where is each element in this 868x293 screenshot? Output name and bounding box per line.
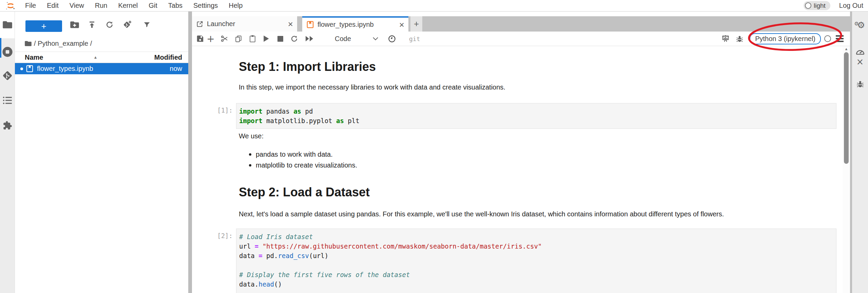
table-of-contents-icon[interactable] <box>3 96 12 106</box>
code-cell-1[interactable]: import pandas as pd import matplotlib.py… <box>236 103 836 129</box>
panel-resize-handle[interactable] <box>188 12 192 293</box>
column-header-modified[interactable]: Modified <box>154 54 182 61</box>
menu-settings[interactable]: Settings <box>188 0 223 11</box>
add-tab-button[interactable]: + <box>410 16 422 32</box>
paste-icon[interactable] <box>248 34 256 43</box>
menu-kernel[interactable]: Kernel <box>113 0 143 11</box>
file-list-header: Name ▲ Modified <box>15 52 188 63</box>
markdown-list-item: pandas to work with data. <box>249 151 333 158</box>
menu-edit[interactable]: Edit <box>41 0 64 11</box>
main-row: + / Python_example / Name ▲ <box>0 12 868 293</box>
markdown-heading-step1: Step 1: Import Libraries <box>239 60 376 74</box>
scrollbar-up-arrow-icon[interactable]: ▲ <box>843 47 850 51</box>
clock-icon[interactable] <box>388 34 396 43</box>
theme-toggle-label: light <box>814 2 826 9</box>
filter-icon[interactable] <box>143 21 151 30</box>
notebook-content: Step 1: Import Libraries In this step, w… <box>192 46 843 293</box>
property-inspector-gears-icon[interactable]: ⚙⚙ <box>855 20 865 30</box>
sort-ascending-icon[interactable]: ▲ <box>93 55 97 60</box>
menu-help[interactable]: Help <box>223 0 248 11</box>
left-activity-bar <box>0 12 15 293</box>
git-clone-icon[interactable] <box>123 20 132 31</box>
toolbar-right-group: Python 3 (ipykernel) <box>721 33 850 44</box>
menu-tabs[interactable]: Tabs <box>163 0 188 11</box>
tab-notebook[interactable]: flower_types.ipynb × <box>302 16 408 32</box>
extensions-icon[interactable] <box>3 121 12 132</box>
close-icon[interactable]: × <box>288 21 293 27</box>
menu-file[interactable]: File <box>20 0 41 11</box>
cell-type-value: Code <box>335 35 351 43</box>
notebook-toolbar: + <box>192 32 850 46</box>
markdown-paragraph: We use: <box>239 132 264 140</box>
launcher-icon <box>196 20 204 28</box>
menu-view[interactable]: View <box>64 0 90 11</box>
breadcrumb-path: / Python_example / <box>34 40 92 47</box>
cell-prompt: [2]: <box>199 232 233 239</box>
dock-tab-bar: Launcher × flower_types.ipynb × + <box>192 16 850 32</box>
presentation-icon[interactable] <box>721 34 730 43</box>
menu-bar: File Edit View Run Kernel Git Tabs Setti… <box>0 0 868 12</box>
new-folder-icon[interactable] <box>70 21 79 30</box>
vertical-scrollbar[interactable]: ▲ <box>843 46 850 293</box>
kernel-name-button[interactable]: Python 3 (ipykernel) <box>750 33 821 44</box>
menu-git[interactable]: Git <box>143 0 163 11</box>
log-out-button[interactable]: Log Out <box>839 2 863 9</box>
right-activity-bar: ⚙⚙ × <box>852 12 868 293</box>
tab-label: Launcher <box>207 20 235 28</box>
file-row-selected[interactable]: flower_types.ipynb now <box>15 63 188 74</box>
file-browser-icon[interactable] <box>3 21 12 30</box>
notebook-file-icon <box>26 65 34 73</box>
restart-icon[interactable] <box>290 34 298 43</box>
tab-label: flower_types.ipynb <box>317 21 374 28</box>
file-name: flower_types.ipynb <box>37 65 93 73</box>
markdown-paragraph: Next, let's load a sample dataset using … <box>239 210 724 218</box>
cell-type-dropdown[interactable]: Code <box>335 35 378 43</box>
jupyter-logo-icon <box>4 1 17 11</box>
chevron-down-icon <box>373 37 378 40</box>
copy-icon[interactable] <box>234 34 243 43</box>
running-sessions-icon[interactable] <box>2 46 13 59</box>
code-cell-2[interactable]: # Load Iris dataset url = "https://raw.g… <box>236 229 836 293</box>
folder-icon <box>25 41 32 46</box>
document-area: Launcher × flower_types.ipynb × + <box>192 12 850 293</box>
kernel-status-icon[interactable] <box>824 35 831 42</box>
new-launcher-button[interactable]: + <box>25 20 62 32</box>
close-icon[interactable]: × <box>399 21 404 28</box>
cell-prompt: [1]: <box>199 106 233 114</box>
menu-run[interactable]: Run <box>90 0 113 11</box>
markdown-paragraph: In this step, we import the necessary li… <box>239 83 505 91</box>
notebook-icon <box>306 21 314 28</box>
menubar-right: light Log Out <box>804 1 868 10</box>
cut-icon[interactable] <box>220 34 229 43</box>
scrollbar-thumb[interactable] <box>844 52 849 164</box>
active-sidebar-indicator <box>0 38 1 58</box>
open-file-dot-icon <box>20 67 23 70</box>
file-modified: now <box>170 65 182 73</box>
menu-items: File Edit View Run Kernel Git Tabs Setti… <box>20 0 248 11</box>
file-browser-panel: + / Python_example / Name ▲ <box>15 12 188 293</box>
gauge-icon[interactable] <box>855 48 865 57</box>
hamburger-menu-icon[interactable] <box>836 35 844 43</box>
close-icon[interactable]: × <box>856 57 864 67</box>
upload-icon[interactable] <box>88 21 96 30</box>
theme-toggle-circle-icon <box>805 2 811 9</box>
markdown-list-item: matplotlib to create visualizations. <box>249 161 357 169</box>
markdown-heading-step2: Step 2: Load a Dataset <box>239 185 370 199</box>
refresh-icon[interactable] <box>105 21 114 30</box>
run-all-icon[interactable] <box>304 34 315 43</box>
stop-icon[interactable] <box>276 34 284 43</box>
git-icon[interactable] <box>2 71 13 82</box>
bug-icon[interactable] <box>735 34 744 43</box>
add-cell-icon[interactable]: + <box>207 34 215 43</box>
tab-launcher[interactable]: Launcher × <box>192 16 297 32</box>
jupyterlab-app: File Edit View Run Kernel Git Tabs Setti… <box>0 0 868 293</box>
save-icon[interactable] <box>196 34 204 43</box>
theme-toggle[interactable]: light <box>804 1 830 10</box>
debugger-bug-icon[interactable] <box>856 80 864 90</box>
git-toolbar-label: git <box>409 35 420 42</box>
breadcrumb[interactable]: / Python_example / <box>25 39 92 48</box>
column-header-name[interactable]: Name <box>25 54 43 61</box>
run-icon[interactable] <box>262 34 270 43</box>
